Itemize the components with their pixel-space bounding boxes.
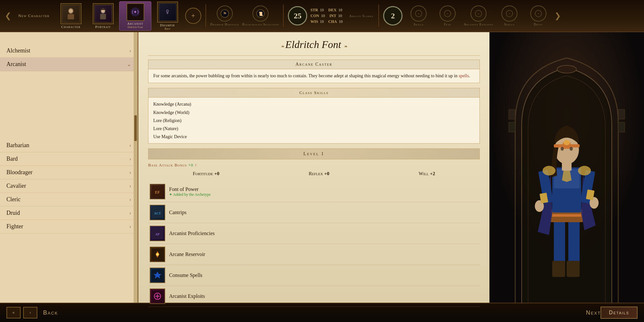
step-dhampir-heritage[interactable]: ⚑ Dhampir Heritage (209, 4, 241, 28)
class-skills-header: Class Skills (148, 88, 479, 98)
skill-2: Knowledge (World) (153, 109, 475, 117)
base-attack-val: +0 (188, 163, 195, 167)
main-content: Choose Class Alchemist › Arcanist ⌄ Brow… (0, 32, 644, 309)
skills-label: Skills (414, 23, 424, 26)
nav-left-arrow[interactable]: ❮ (3, 6, 13, 25)
class-entry-druid[interactable]: Druid › (0, 206, 137, 220)
class-entry-fighter[interactable]: Fighter › (0, 220, 137, 233)
add-step-1-button[interactable]: + (185, 8, 201, 24)
svg-point-57 (564, 140, 570, 145)
step-spells[interactable]: + Spells (495, 4, 524, 28)
ability-arcanist-exploits[interactable]: Arcanist Exploits (148, 286, 480, 307)
details-button[interactable]: Details (601, 307, 638, 319)
font-of-power-name: Font of Power (169, 186, 211, 192)
divider-1 (205, 5, 206, 27)
skip-back-button[interactable]: « (6, 307, 21, 318)
svg-rect-38 (509, 122, 515, 132)
spells-label: Spells (504, 23, 515, 26)
subclass-brown-fur[interactable]: Brown-Fur Transmuter (0, 71, 137, 82)
subclass-nature-mage[interactable]: Nature Mage (0, 94, 137, 105)
skills-score-badge: 2 (383, 6, 402, 25)
ability-score-badge: 25 (288, 6, 307, 25)
svg-rect-40 (618, 122, 625, 132)
arcanist-portrait: ⟨✦⟩ (127, 3, 144, 21)
skill-4: Lore (Nature) (153, 125, 475, 133)
svg-text:+: + (537, 12, 539, 15)
base-attack: Base Attack Bonus +0 ↑ (148, 163, 480, 168)
step-skills[interactable]: + Skills (404, 4, 433, 28)
deity-label: Deity (534, 23, 543, 26)
ability-arcanist-proficiencies[interactable]: AP Arcanist Proficiencies (148, 223, 480, 244)
arcane-caster-header: Arcane Caster (148, 60, 479, 69)
step-arcanist-exploits[interactable]: + Arcanist Exploits (462, 4, 495, 28)
save-reflex: Reflex +0 (309, 171, 329, 176)
brown-fur-label: Brown-Fur Transmuter (18, 74, 66, 80)
ability-arcane-reservoir[interactable]: Arcane Reservoir (148, 244, 480, 265)
scrollbar-thumb[interactable] (134, 115, 137, 141)
arcanist-class-label: Arcanist (6, 61, 26, 68)
scrollbar-track[interactable] (134, 32, 137, 309)
nav-right-arrow[interactable]: ❯ (553, 6, 563, 25)
step-background[interactable]: 📜 Background Selection (241, 4, 281, 28)
arcanist-exploits-icon: + (470, 5, 487, 22)
svg-text:+: + (447, 12, 449, 15)
nature-mage-label: Nature Mage (18, 96, 45, 102)
ability-consume-spells[interactable]: Consume Spells (148, 265, 480, 286)
skills-icon: + (411, 5, 427, 22)
step-deity[interactable]: + Deity (524, 4, 553, 28)
arcanist-arrow: ⌄ (127, 61, 131, 67)
unlettered-arcanist-label: Unlettered Arcanist (18, 119, 58, 125)
step-ability-scores[interactable]: Ability Scores (347, 13, 376, 19)
level-label: Level 1 (303, 151, 325, 156)
white-mage-label: White Mage (18, 130, 44, 136)
fortitude-label: Fortitude (193, 171, 213, 176)
tab-portrait[interactable]: Portrait (87, 2, 119, 30)
bottom-left-nav: « ‹ Back (6, 307, 62, 318)
arcane-reservoir-name: Arcane Reservoir (169, 251, 205, 257)
class-entry-bloodrager[interactable]: Bloodrager › (0, 166, 137, 179)
arcanist-proficiencies-icon: AP (150, 226, 165, 241)
spells-link[interactable]: spells (459, 73, 469, 78)
svg-point-61 (578, 166, 591, 175)
class-entry-bard[interactable]: Bard › (0, 152, 137, 166)
back-arrow-button[interactable]: ‹ (23, 307, 37, 318)
class-entry-cleric[interactable]: Cleric › (0, 193, 137, 206)
arcanist-exploits-step-label: Arcanist Exploits (464, 23, 493, 26)
subclass-eldritch-font[interactable]: Eldritch Font (0, 82, 137, 94)
class-list-panel: Choose Class Alchemist › Arcanist ⌄ Brow… (0, 32, 138, 309)
class-entry-barbarian[interactable]: Barbarian › (0, 139, 137, 152)
subclass-phantasmal-mage[interactable]: Phantasmal Mage (0, 105, 137, 116)
class-entry-cavalier[interactable]: Cavalier › (0, 179, 137, 193)
race-icon: ♀ (164, 7, 171, 17)
tab-race[interactable]: ♀ Dhampir Race (151, 0, 184, 32)
character-display (489, 32, 644, 309)
new-character-tab[interactable]: New Character (13, 1, 55, 30)
back-button[interactable]: Back (40, 309, 62, 316)
fighter-arrow: › (129, 224, 131, 230)
tab-character[interactable]: Character (55, 2, 87, 30)
class-entry-alchemist[interactable]: Alchemist › (0, 44, 137, 58)
saves-row: Fortitude +0 Reflex +0 Will +2 (148, 171, 480, 176)
save-will: Will +2 (419, 171, 435, 176)
ability-cantrips[interactable]: ACT Cantrips (148, 202, 480, 223)
svg-text:EF: EF (155, 190, 160, 194)
class-entry-arcanist[interactable]: Arcanist ⌄ (0, 58, 137, 71)
svg-point-59 (570, 147, 573, 151)
arcane-caster-label: Arcane Caster (296, 62, 333, 67)
svg-point-60 (543, 166, 555, 175)
svg-point-58 (561, 147, 564, 151)
tab-arcanist[interactable]: ⟨✦⟩ Arcanist Eldritch Font (119, 1, 151, 31)
druid-label: Druid (6, 210, 20, 216)
will-val: +2 (430, 171, 435, 176)
ability-font-of-power[interactable]: EF Font of Power ✦ Added by the Archetyp… (148, 181, 480, 202)
class-skills-section: Class Skills Knowledge (Arcana) Knowledg… (148, 88, 480, 144)
str-label: STR (310, 7, 318, 13)
save-fortitude: Fortitude +0 (193, 171, 219, 176)
bard-label: Bard (6, 156, 18, 162)
race-tab-name: Dhampir (160, 23, 175, 27)
subclass-white-mage[interactable]: White Mage (0, 128, 137, 139)
class-skills-list: Knowledge (Arcana) Knowledge (World) Lor… (148, 98, 479, 143)
step-feat[interactable]: + Feat (433, 4, 462, 28)
subclass-unlettered-arcanist[interactable]: Unlettered Arcanist (0, 116, 137, 128)
svg-text:+: + (508, 12, 510, 15)
